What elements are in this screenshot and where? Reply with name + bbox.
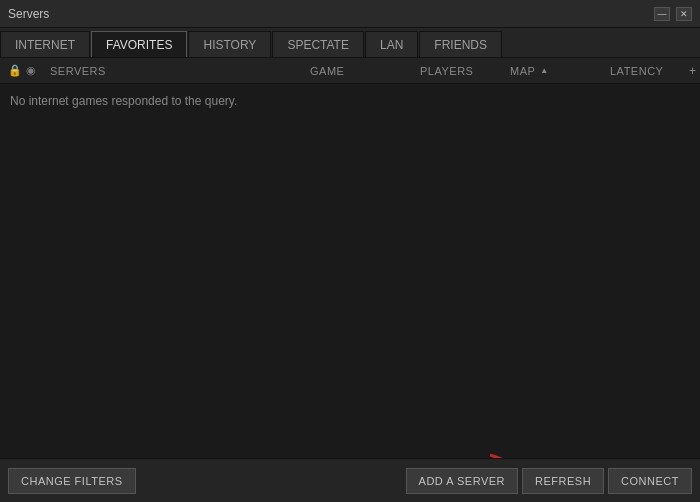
column-header-game[interactable]: GAME: [304, 65, 414, 77]
add-column-button[interactable]: +: [676, 64, 696, 78]
connect-button[interactable]: CONNECT: [608, 468, 692, 494]
column-header-latency[interactable]: LATENCY: [604, 65, 676, 77]
bottom-right-actions: ADD A SERVER REFRESH CONNECT: [406, 468, 692, 494]
close-button[interactable]: ✕: [676, 7, 692, 21]
tab-history[interactable]: HISTORY: [188, 31, 271, 57]
minimize-button[interactable]: —: [654, 7, 670, 21]
title-bar-controls: — ✕: [654, 7, 692, 21]
tab-bar: INTERNET FAVORITES HISTORY SPECTATE LAN …: [0, 28, 700, 58]
change-filters-button[interactable]: CHANGE FILTERS: [8, 468, 136, 494]
tab-internet[interactable]: INTERNET: [0, 31, 90, 57]
bookmark-icon: ◉: [26, 64, 36, 77]
title-bar: Servers — ✕: [0, 0, 700, 28]
window-title: Servers: [8, 7, 49, 21]
lock-icon: 🔒: [8, 64, 22, 77]
tab-lan[interactable]: LAN: [365, 31, 418, 57]
refresh-button[interactable]: REFRESH: [522, 468, 604, 494]
server-list: No internet games responded to the query…: [0, 84, 700, 502]
bottom-left-actions: CHANGE FILTERS: [8, 468, 136, 494]
main-content: 🔒 ◉ SERVERS GAME PLAYERS MAP LATENCY + N…: [0, 58, 700, 502]
bottom-bar: CHANGE FILTERS ADD A SERVER REFRESH CONN…: [0, 458, 700, 502]
column-header-servers[interactable]: SERVERS: [44, 65, 304, 77]
column-headers: 🔒 ◉ SERVERS GAME PLAYERS MAP LATENCY +: [0, 58, 700, 84]
empty-message: No internet games responded to the query…: [10, 92, 690, 108]
tab-favorites[interactable]: FAVORITES: [91, 31, 187, 57]
column-header-players[interactable]: PLAYERS: [414, 65, 504, 77]
add-server-button[interactable]: ADD A SERVER: [406, 468, 519, 494]
column-header-map[interactable]: MAP: [504, 65, 604, 77]
icon-area: 🔒 ◉: [4, 64, 44, 77]
tab-friends[interactable]: FRIENDS: [419, 31, 502, 57]
tab-spectate[interactable]: SPECTATE: [272, 31, 364, 57]
